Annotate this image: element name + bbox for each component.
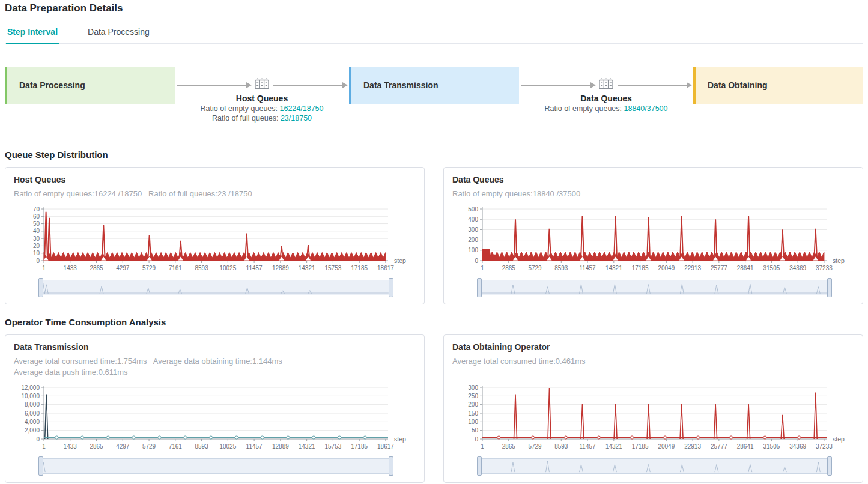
svg-text:500: 500 [468, 206, 478, 213]
svg-text:200: 200 [468, 401, 478, 408]
host-queues-card-title: Host Queues [14, 175, 416, 184]
stage-data-processing: Data Processing [5, 67, 175, 104]
svg-text:1433: 1433 [64, 443, 77, 450]
data-transmission-card-subtitles: Average total consumed time:1.754ms Aver… [14, 356, 416, 378]
queue-step-distribution-cards: Host Queues Ratio of empty queues:16224 … [5, 167, 863, 304]
datazoom-shadow [479, 280, 830, 295]
data-obtaining-operator-chart: 0501001502002503001286557298593114571432… [452, 383, 854, 453]
svg-text:14321: 14321 [299, 443, 315, 450]
tab-step-interval[interactable]: Step Interval [6, 22, 59, 44]
svg-text:18617: 18617 [377, 443, 394, 450]
svg-text:20: 20 [33, 243, 40, 249]
data-transmission-card-title: Data Transmission [14, 342, 416, 352]
svg-text:20049: 20049 [658, 443, 675, 450]
svg-text:6,000: 6,000 [25, 410, 40, 417]
svg-text:28641: 28641 [737, 265, 754, 271]
svg-text:11457: 11457 [580, 443, 596, 450]
data-queues-node: Data Queues Ratio of empty queues: 18840… [597, 67, 615, 104]
svg-text:250: 250 [468, 393, 478, 399]
svg-text:8,000: 8,000 [25, 401, 40, 408]
data-obtaining-datazoom-slider[interactable] [479, 458, 830, 474]
svg-text:8593: 8593 [195, 265, 208, 271]
svg-text:17185: 17185 [351, 265, 368, 271]
data-obtaining-operator-card: Data Obtaining Operator Average total co… [443, 334, 863, 483]
datazoom-left-handle[interactable] [38, 278, 43, 297]
data-obtaining-operator-subtitles: Average total consumed time:0.461ms [452, 356, 854, 378]
flow-arrow [177, 85, 250, 86]
datazoom-left-handle[interactable] [477, 456, 482, 476]
svg-text:0: 0 [36, 258, 40, 264]
svg-text:22913: 22913 [684, 443, 701, 450]
empty-queues-stat: Ratio of empty queues: 16224/18750 [200, 104, 323, 113]
data-transmission-subtitle-line1: Average total consumed time:1.754ms Aver… [14, 356, 416, 367]
svg-text:1433: 1433 [64, 265, 77, 271]
datazoom-shadow [479, 459, 830, 473]
datazoom-left-handle[interactable] [38, 456, 43, 476]
svg-text:37233: 37233 [816, 443, 833, 450]
svg-text:15753: 15753 [325, 443, 342, 450]
datazoom-right-handle[interactable] [389, 278, 393, 297]
svg-text:17185: 17185 [632, 443, 649, 450]
svg-text:10025: 10025 [219, 265, 236, 271]
data-transmission-datazoom-slider[interactable] [40, 458, 392, 474]
host-queues-node: Host Queues Ratio of empty queues: 16224… [253, 67, 271, 104]
stage-data-obtaining: Data Obtaining [693, 67, 863, 104]
data-queues-chart: 0100200300400500128655729859311457143211… [452, 204, 854, 275]
empty-queues-label: Ratio of empty queues: [200, 104, 279, 113]
svg-text:100: 100 [468, 247, 478, 253]
datazoom-left-handle[interactable] [477, 278, 482, 297]
host-queues-card-subtitle: Ratio of empty queues:16224 /18750 Ratio… [14, 189, 416, 199]
full-queues-value: 23/18750 [281, 114, 312, 123]
svg-text:17185: 17185 [351, 443, 368, 450]
svg-text:50: 50 [33, 220, 40, 227]
host-queues-card: Host Queues Ratio of empty queues:16224 … [5, 167, 425, 304]
data-queues-card-title: Data Queues [452, 175, 854, 184]
svg-text:34369: 34369 [789, 443, 806, 450]
svg-text:step: step [394, 257, 406, 264]
svg-text:400: 400 [468, 216, 478, 223]
svg-text:5729: 5729 [142, 265, 156, 271]
svg-text:10025: 10025 [219, 443, 236, 450]
operator-time-analysis-heading: Operator Time Consumption Analysis [5, 317, 863, 327]
svg-text:5729: 5729 [528, 265, 542, 271]
flow-arrow [618, 85, 691, 86]
operator-time-analysis-cards: Data Transmission Average total consumed… [5, 334, 863, 483]
datazoom-shadow [41, 459, 391, 473]
data-queues-info: Data Queues Ratio of empty queues: 18840… [544, 93, 667, 113]
host-queues-datazoom-slider[interactable] [40, 280, 392, 295]
tab-data-processing[interactable]: Data Processing [86, 22, 151, 43]
svg-text:0: 0 [36, 436, 40, 443]
host-queues-info: Host Queues Ratio of empty queues: 16224… [200, 93, 323, 123]
svg-text:1: 1 [42, 265, 46, 271]
svg-text:0: 0 [475, 258, 478, 264]
svg-text:15753: 15753 [325, 265, 342, 271]
flow-arrow [521, 85, 595, 86]
queue-step-distribution-heading: Queue Step Distribution [5, 150, 863, 160]
svg-text:60: 60 [33, 213, 40, 220]
svg-text:2865: 2865 [90, 265, 103, 271]
svg-text:14321: 14321 [299, 265, 315, 271]
datazoom-right-handle[interactable] [389, 456, 393, 476]
svg-text:12889: 12889 [272, 265, 289, 271]
svg-text:300: 300 [468, 384, 478, 391]
empty-queues-value: 16224/18750 [280, 104, 324, 113]
svg-text:150: 150 [468, 410, 478, 417]
svg-text:300: 300 [468, 226, 478, 233]
svg-text:31505: 31505 [763, 265, 780, 271]
datazoom-shadow [41, 280, 391, 295]
svg-text:11457: 11457 [246, 443, 263, 450]
svg-text:17185: 17185 [632, 265, 649, 271]
data-queues-card: Data Queues Ratio of empty queues:18840 … [443, 167, 863, 304]
svg-text:28641: 28641 [737, 443, 754, 450]
svg-text:4,000: 4,000 [25, 419, 40, 425]
svg-text:30: 30 [33, 235, 40, 242]
data-transmission-card: Data Transmission Average total consumed… [5, 334, 425, 483]
svg-text:step: step [394, 435, 406, 443]
svg-text:7161: 7161 [169, 443, 183, 450]
data-queues-datazoom-slider[interactable] [479, 280, 830, 295]
datazoom-right-handle[interactable] [827, 456, 832, 476]
datazoom-right-handle[interactable] [827, 278, 832, 297]
svg-text:1: 1 [481, 265, 484, 271]
host-queues-title: Host Queues [200, 93, 323, 104]
stage-data-processing-label: Data Processing [19, 80, 85, 90]
